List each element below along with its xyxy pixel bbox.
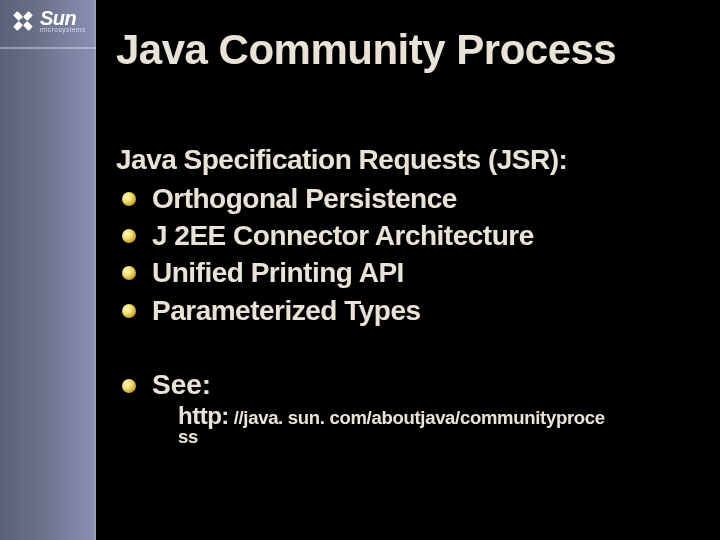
logo-brand: Sun xyxy=(40,9,86,27)
logo-subbrand: microsystems xyxy=(40,27,86,33)
sun-glyph-icon xyxy=(10,8,36,34)
svg-rect-1 xyxy=(23,21,33,31)
bullet-icon xyxy=(122,379,136,393)
sun-logo: Sun microsystems xyxy=(10,8,86,34)
slide-title: Java Community Process xyxy=(116,26,706,74)
see-block: See: http: //java. sun. com/aboutjava/co… xyxy=(116,369,706,448)
slide-subtitle: Java Specification Requests (JSR): xyxy=(116,144,706,176)
svg-rect-3 xyxy=(13,21,23,31)
see-url: http: //java. sun. com/aboutjava/communi… xyxy=(116,403,706,428)
see-row: See: xyxy=(116,369,706,401)
slide-content: Java Community Process Java Specificatio… xyxy=(116,0,706,540)
sidebar: Sun microsystems xyxy=(0,0,96,540)
list-item: Parameterized Types xyxy=(116,292,706,329)
bullet-icon xyxy=(122,304,136,318)
sidebar-divider xyxy=(0,47,96,49)
list-item: J 2EE Connector Architecture xyxy=(116,217,706,254)
bullet-text: J 2EE Connector Architecture xyxy=(152,220,534,251)
bullet-icon xyxy=(122,266,136,280)
bullet-text: Unified Printing API xyxy=(152,257,404,288)
list-item: Orthogonal Persistence xyxy=(116,180,706,217)
logo-text: Sun microsystems xyxy=(40,9,86,33)
svg-rect-2 xyxy=(23,11,33,21)
bullet-text: Parameterized Types xyxy=(152,295,421,326)
list-item: Unified Printing API xyxy=(116,254,706,291)
url-scheme: http: xyxy=(178,402,229,429)
bullet-icon xyxy=(122,229,136,243)
bullet-text: Orthogonal Persistence xyxy=(152,183,457,214)
url-tail: ss xyxy=(116,426,706,448)
bullet-list: Orthogonal Persistence J 2EE Connector A… xyxy=(116,180,706,329)
bullet-icon xyxy=(122,192,136,206)
svg-rect-0 xyxy=(13,11,23,21)
url-rest: //java. sun. com/aboutjava/communityproc… xyxy=(229,407,605,428)
see-label: See: xyxy=(152,369,211,400)
